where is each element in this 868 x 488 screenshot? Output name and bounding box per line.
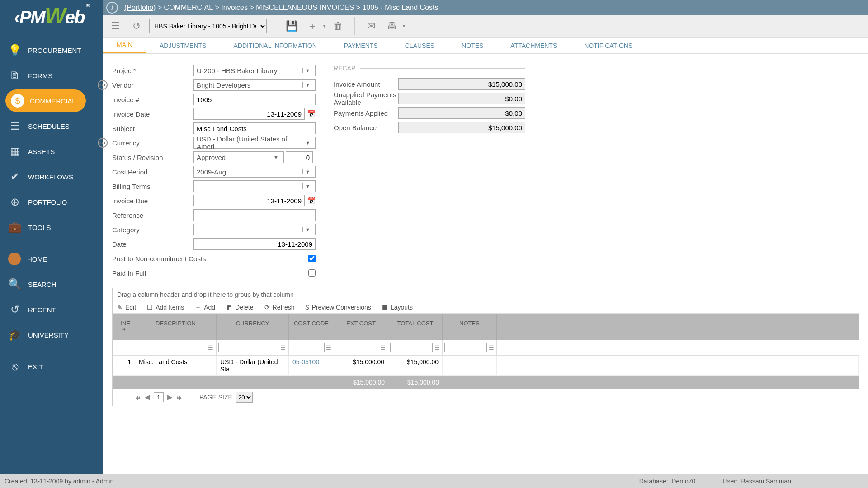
briefcase-icon: 💼	[8, 221, 22, 234]
label-date: Date	[112, 240, 193, 248]
calendar-icon[interactable]: 📅	[307, 197, 316, 205]
post-checkbox[interactable]	[308, 255, 316, 262]
nav-exit[interactable]: ⎋EXIT	[0, 354, 103, 379]
print-button[interactable]: 🖶	[384, 18, 400, 34]
col-line[interactable]: LINE #	[113, 314, 135, 340]
col-desc[interactable]: DESCRIPTION	[135, 314, 217, 340]
tab-clauses[interactable]: CLAUSES	[392, 38, 448, 53]
breadcrumb-commercial[interactable]: COMMERCIAL	[164, 4, 213, 12]
label-invoice-due: Invoice Due	[112, 197, 193, 205]
cell-cost-code[interactable]: 05-05100	[292, 358, 319, 366]
save-button[interactable]: 💾	[283, 18, 300, 34]
subject-input[interactable]	[193, 122, 316, 134]
grid-refresh-button[interactable]: ⟳Refresh	[264, 304, 295, 311]
tab-payments[interactable]: PAYMENTS	[330, 38, 392, 53]
invoice-no-input[interactable]	[193, 94, 316, 105]
filter-cost-code[interactable]	[291, 343, 325, 352]
nav-university[interactable]: 🎓UNIVERSITY	[0, 322, 103, 347]
label-paid: Paid In Full	[112, 269, 248, 277]
vendor-lookup-icon[interactable]: •••	[98, 80, 108, 90]
filter-icon[interactable]: ☰	[326, 344, 332, 351]
invoice-due-input[interactable]	[193, 195, 305, 206]
nav-procurement[interactable]: 💡PROCUREMENT	[0, 38, 103, 63]
filter-icon[interactable]: ☰	[488, 344, 495, 351]
invoice-date-input[interactable]	[193, 108, 305, 120]
revision-input[interactable]	[286, 151, 313, 163]
label-project: Project*	[112, 67, 193, 75]
tab-notes[interactable]: NOTES	[448, 38, 497, 53]
tab-attachments[interactable]: ATTACHMENTS	[497, 38, 571, 53]
reference-input[interactable]	[193, 209, 316, 221]
cost-period-select[interactable]: 2009-Aug▼	[193, 166, 316, 178]
col-total-cost[interactable]: TOTAL COST	[388, 314, 443, 340]
tab-notifications[interactable]: NOTIFICATIONS	[571, 38, 646, 53]
page-size-label: PAGE SIZE	[199, 394, 232, 401]
nav-tools[interactable]: 💼TOOLS	[0, 215, 103, 240]
filter-icon[interactable]: ☰	[379, 344, 386, 351]
filter-currency[interactable]	[218, 343, 278, 352]
calendar-icon[interactable]: 📅	[307, 110, 316, 118]
filter-icon[interactable]: ☰	[207, 344, 214, 351]
breadcrumb-invoices[interactable]: Invoices	[221, 4, 248, 12]
record-selector[interactable]: HBS Baker Library - 1005 - Bright De	[149, 19, 267, 33]
col-cost-code[interactable]: COST CODE	[289, 314, 334, 340]
col-notes[interactable]: NOTES	[443, 314, 497, 340]
add-button[interactable]: ＋	[304, 18, 321, 34]
filter-desc[interactable]	[137, 343, 206, 352]
paid-checkbox[interactable]	[308, 269, 316, 277]
nav-assets[interactable]: ▦ASSETS	[0, 139, 103, 164]
filter-icon[interactable]: ☰	[434, 344, 440, 351]
filter-notes[interactable]	[444, 343, 487, 352]
tab-additional[interactable]: ADDITIONAL INFORMATION	[220, 38, 330, 53]
filter-icon[interactable]: ☰	[279, 344, 287, 351]
project-select[interactable]: U-200 - HBS Baker Library▼	[193, 65, 316, 76]
col-ext-cost[interactable]: EXT COST	[334, 314, 388, 340]
grid-group-hint[interactable]: Drag a column header and drop it here to…	[113, 288, 859, 301]
pager-next[interactable]: ▶	[167, 393, 173, 401]
list-view-button[interactable]: ☰	[108, 18, 124, 34]
page-size-select[interactable]: 20	[236, 392, 253, 403]
list-icon: ☰	[8, 120, 22, 132]
col-currency[interactable]: CURRENCY	[217, 314, 289, 340]
delete-button[interactable]: 🗑	[330, 18, 346, 34]
nav-workflows[interactable]: ✔WORKFLOWS	[0, 164, 103, 189]
currency-select[interactable]: USD - Dollar (United States of Ameri▼	[193, 137, 316, 149]
graduation-icon: 🎓	[8, 328, 22, 341]
pager-page-input[interactable]	[154, 392, 164, 402]
tab-adjustments[interactable]: ADJUSTMENTS	[146, 38, 220, 53]
info-icon[interactable]: i	[106, 2, 118, 14]
pager-last[interactable]: ⏭	[176, 394, 183, 401]
grid-add-button[interactable]: ＋Add	[195, 303, 215, 311]
nav-forms[interactable]: 🗎FORMS	[0, 63, 103, 88]
nav-recent[interactable]: ↺RECENT	[0, 297, 103, 322]
nav-home[interactable]: HOME	[0, 246, 103, 272]
email-button[interactable]: ✉	[363, 18, 379, 34]
print-dropdown[interactable]: ▾	[403, 23, 405, 28]
nav-portfolio[interactable]: ⊕PORTFOLIO	[0, 189, 103, 215]
add-dropdown[interactable]: ▾	[323, 23, 326, 28]
billing-terms-select[interactable]: ▼	[193, 180, 316, 192]
category-select[interactable]: ▼	[193, 224, 316, 235]
tab-main[interactable]: MAIN	[103, 38, 146, 53]
grid-totals-row: $15,000.00 $15,000.00	[113, 376, 859, 389]
grid-delete-button[interactable]: 🗑Delete	[226, 304, 253, 311]
currency-lookup-icon[interactable]: •••	[98, 138, 108, 148]
grid-edit-button[interactable]: ✎Edit	[117, 304, 136, 311]
breadcrumb-portfolio[interactable]: (Portfolio)	[124, 4, 156, 12]
history-button[interactable]: ↺	[128, 18, 145, 34]
vendor-select[interactable]: Bright Developers▼	[193, 79, 316, 91]
table-row[interactable]: 1 Misc. Land Costs USD - Dollar (United …	[113, 356, 859, 376]
pager-prev[interactable]: ◀	[145, 393, 150, 401]
nav-commercial[interactable]: $COMMERCIAL	[0, 88, 103, 113]
pager-first[interactable]: ⏮	[134, 394, 141, 401]
grid-preview-button[interactable]: $Preview Conversions	[306, 304, 371, 311]
filter-total-cost[interactable]	[390, 343, 433, 352]
footer-db-label: Database:	[639, 478, 668, 485]
grid-add-items-button[interactable]: ☐Add Items	[147, 304, 184, 311]
status-select[interactable]: Approved▼	[193, 151, 284, 163]
grid-layouts-button[interactable]: ▦Layouts	[382, 304, 413, 311]
nav-schedules[interactable]: ☰SCHEDULES	[0, 113, 103, 139]
breadcrumb-misc[interactable]: MISCELLANEOUS INVOICES	[256, 4, 354, 12]
filter-ext-cost[interactable]	[336, 343, 378, 352]
nav-search[interactable]: 🔍SEARCH	[0, 272, 103, 297]
